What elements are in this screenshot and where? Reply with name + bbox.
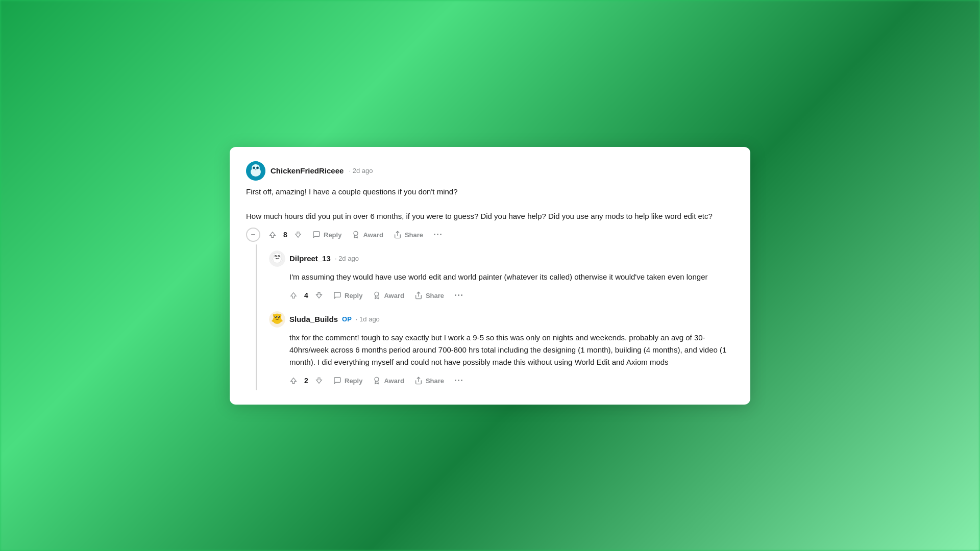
share-icon bbox=[414, 291, 423, 299]
sluda-more-button[interactable]: ··· bbox=[450, 373, 468, 388]
svg-point-16 bbox=[278, 256, 279, 257]
svg-point-29 bbox=[278, 316, 279, 317]
reply-body: I'm assuming they would have use world e… bbox=[269, 271, 734, 283]
sluda-vote-count: 2 bbox=[304, 377, 309, 385]
reply-action-bar: 4 Reply bbox=[269, 288, 734, 303]
reply-share-button[interactable]: Share bbox=[410, 288, 448, 303]
svg-point-20 bbox=[281, 259, 283, 260]
thread-container: Dilpreet_13 · 2d ago I'm assuming they w… bbox=[246, 244, 734, 390]
reply-reply-button[interactable]: Reply bbox=[329, 288, 366, 303]
reply-sluda-username: Sluda_Builds bbox=[289, 315, 338, 323]
sluda-vote-group: 2 bbox=[285, 373, 327, 388]
reply-timestamp: · 2d ago bbox=[335, 255, 359, 262]
svg-point-18 bbox=[280, 253, 281, 256]
avatar bbox=[246, 161, 265, 181]
comment-username: ChickenFriedRiceee bbox=[271, 166, 344, 175]
reply-icon bbox=[312, 231, 321, 239]
downvote-button[interactable] bbox=[290, 228, 306, 242]
comments-card: ChickenFriedRiceee · 2d ago First off, a… bbox=[230, 147, 750, 405]
share-icon bbox=[414, 377, 423, 385]
svg-point-19 bbox=[272, 259, 274, 260]
reply-downvote-button[interactable] bbox=[311, 288, 327, 303]
award-button[interactable]: Award bbox=[348, 228, 387, 242]
downvote-icon bbox=[294, 231, 302, 239]
svg-point-33 bbox=[281, 320, 283, 321]
upvote-icon bbox=[268, 231, 277, 239]
comment-chickenfridriceee: ChickenFriedRiceee · 2d ago First off, a… bbox=[246, 161, 734, 242]
downvote-icon bbox=[315, 377, 323, 385]
upvote-button[interactable] bbox=[264, 228, 281, 242]
more-button[interactable]: ··· bbox=[429, 228, 447, 242]
vote-count: 8 bbox=[283, 231, 288, 239]
award-icon bbox=[352, 231, 360, 239]
sluda-share-button[interactable]: Share bbox=[410, 373, 448, 388]
upvote-icon bbox=[289, 291, 298, 299]
comment-timestamp: · 2d ago bbox=[349, 167, 373, 174]
replies-container: Dilpreet_13 · 2d ago I'm assuming they w… bbox=[257, 244, 734, 390]
comment-body: First off, amazing! I have a couple ques… bbox=[246, 186, 734, 222]
reply-sluda-action-bar: 2 Reply bbox=[269, 373, 734, 388]
downvote-icon bbox=[315, 291, 323, 299]
comment-header: ChickenFriedRiceee · 2d ago bbox=[246, 161, 734, 181]
avatar-sluda bbox=[269, 311, 285, 328]
reply-sluda-body: thx for the comment! tough to say exactl… bbox=[269, 332, 734, 368]
reply-header: Dilpreet_13 · 2d ago bbox=[269, 251, 734, 267]
reply-username: Dilpreet_13 bbox=[289, 254, 331, 263]
svg-point-28 bbox=[275, 316, 276, 317]
svg-point-31 bbox=[280, 314, 281, 316]
sluda-award-button[interactable]: Award bbox=[369, 373, 408, 388]
reply-vote-group: 4 bbox=[285, 288, 327, 303]
reply-award-button[interactable]: Award bbox=[369, 288, 408, 303]
svg-point-32 bbox=[272, 320, 274, 321]
reply-button[interactable]: Reply bbox=[308, 228, 346, 242]
reply-sluda-header: Sluda_Builds OP · 1d ago bbox=[269, 311, 734, 328]
reply-more-button[interactable]: ··· bbox=[450, 288, 468, 303]
svg-point-17 bbox=[273, 253, 275, 256]
svg-point-5 bbox=[253, 167, 254, 168]
collapse-button[interactable]: − bbox=[246, 228, 260, 242]
svg-point-30 bbox=[273, 314, 275, 316]
reply-sluda-timestamp: · 1d ago bbox=[356, 315, 380, 323]
reply-icon bbox=[333, 291, 341, 299]
sluda-upvote-button[interactable] bbox=[285, 373, 302, 388]
vote-group: 8 bbox=[264, 228, 306, 242]
sluda-reply-button[interactable]: Reply bbox=[329, 373, 366, 388]
reply-sluda: Sluda_Builds OP · 1d ago thx for the com… bbox=[269, 305, 734, 390]
reply-dilpreet: Dilpreet_13 · 2d ago I'm assuming they w… bbox=[269, 244, 734, 305]
award-icon bbox=[373, 377, 381, 385]
award-icon bbox=[373, 291, 381, 299]
reply-icon bbox=[333, 377, 341, 385]
reply-vote-count: 4 bbox=[304, 291, 309, 299]
sluda-downvote-button[interactable] bbox=[311, 373, 327, 388]
op-badge: OP bbox=[342, 315, 352, 323]
comment-action-bar: − 8 Reply bbox=[246, 228, 734, 242]
reply-upvote-button[interactable] bbox=[285, 288, 302, 303]
svg-rect-7 bbox=[255, 169, 257, 170]
svg-point-15 bbox=[275, 256, 276, 257]
svg-point-6 bbox=[257, 167, 258, 168]
share-icon bbox=[394, 231, 402, 239]
upvote-icon bbox=[289, 377, 298, 385]
avatar-dilpreet bbox=[269, 251, 285, 267]
share-button[interactable]: Share bbox=[389, 228, 427, 242]
